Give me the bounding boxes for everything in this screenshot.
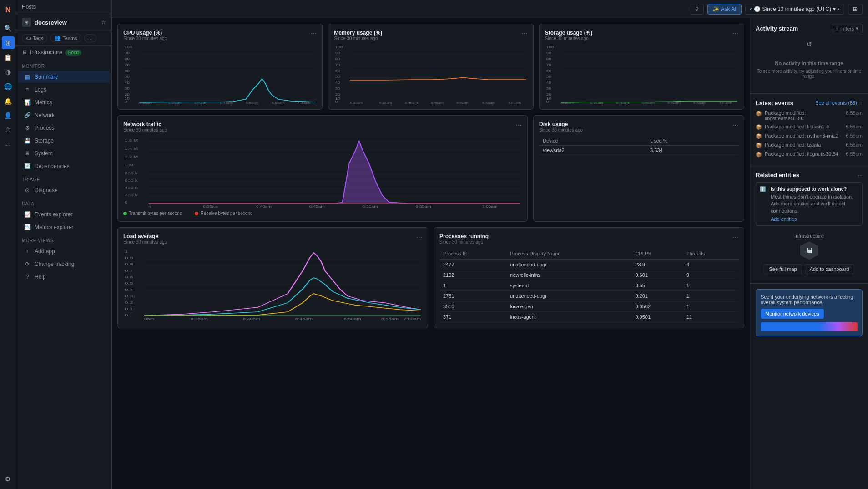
svg-text:40: 40	[335, 81, 340, 84]
process-name: newrelic-infra	[506, 270, 631, 280]
related-entities-menu[interactable]: ···	[858, 172, 863, 178]
network-chart-menu[interactable]: ···	[516, 121, 522, 129]
memory-chart-menu[interactable]: ···	[521, 30, 527, 38]
disk-table: Device Used % /dev/sda2 3.534	[539, 136, 738, 155]
process-pid: 1	[439, 280, 506, 291]
svg-text:7:00am: 7:00am	[482, 205, 497, 209]
events-list: 📦 Package modified: libgstreamer1.0-0 6:…	[756, 110, 863, 158]
more-button[interactable]: ...	[84, 34, 96, 42]
teams-button[interactable]: 👥 Teams	[50, 34, 81, 42]
network-chart-svg: 1.6 M 1.4 M 1.2 M 1 M 800 k 600 k 400 k …	[123, 136, 522, 209]
nav-item-help[interactable]: ? Help	[18, 271, 110, 283]
svg-text:0.4: 0.4	[125, 288, 133, 292]
ask-ai-button[interactable]: ✨ Ask AI	[707, 4, 742, 15]
filters-button[interactable]: ≡ Filters ▾	[832, 24, 863, 33]
svg-text:90: 90	[335, 51, 340, 55]
latest-events-header: Latest events See all events (86) ≡	[756, 99, 863, 107]
nav-item-change-tracking[interactable]: ⟳ Change tracking	[18, 258, 110, 270]
nav-item-storage[interactable]: 💾 Storage	[18, 135, 110, 147]
infra-entity: Infrastructure 🖥 See full map Add to das…	[756, 229, 863, 278]
see-full-map-button[interactable]: See full map	[764, 264, 802, 274]
events-filter-icon[interactable]: ≡	[859, 99, 863, 107]
nav-item-metrics-explorer[interactable]: 📉 Metrics explorer	[18, 221, 110, 233]
svg-text:400 k: 400 k	[125, 186, 138, 190]
infra-status-row: 🖥 Infrastructure Good	[16, 46, 111, 59]
help-button[interactable]: ?	[691, 4, 704, 15]
process-icon: ⚙	[24, 125, 31, 131]
tags-button[interactable]: 🏷 Tags	[22, 34, 47, 42]
table-row: 2102 newrelic-infra 0.601 9	[439, 270, 738, 280]
svg-text:50: 50	[125, 75, 130, 78]
apm-icon-btn[interactable]: ◑	[2, 66, 15, 78]
add-entities-link[interactable]: Add entities	[771, 216, 797, 222]
storage-chart-body: 100 90 80 70 60 50 40 30 20 10 0	[545, 45, 738, 104]
nav-item-process[interactable]: ⚙ Process	[18, 122, 110, 134]
svg-text:0.7: 0.7	[125, 269, 133, 273]
network-chart-legend: Transmit bytes per second Receive bytes …	[123, 209, 522, 216]
svg-text:80: 80	[335, 57, 340, 61]
nav-item-system[interactable]: 🖥 System	[18, 148, 110, 159]
nav-item-metrics[interactable]: 📊 Metrics	[18, 97, 110, 108]
svg-text:0.9: 0.9	[125, 256, 133, 260]
alerts-icon-btn[interactable]: 🔔	[2, 95, 15, 107]
monitor-network-devices-button[interactable]: Monitor network devices	[761, 309, 824, 319]
processes-chart-menu[interactable]: ···	[732, 233, 738, 241]
load-chart-subtitle: Since 30 minutes ago	[123, 239, 167, 244]
disk-used: 3.534	[646, 146, 738, 155]
package-icon: 📦	[756, 143, 762, 148]
svg-text:800 k: 800 k	[125, 171, 138, 175]
add-to-dashboard-button[interactable]: Add to dashboard	[805, 264, 854, 274]
nav-item-dependencies[interactable]: 🔄 Dependencies	[18, 160, 110, 172]
svg-text:6:35am: 6:35am	[191, 317, 208, 321]
star-icon[interactable]: ☆	[101, 19, 106, 25]
svg-text:7:00am: 7:00am	[298, 101, 310, 104]
storage-chart-menu[interactable]: ···	[732, 30, 738, 38]
see-all-events-link[interactable]: See all events (86)	[815, 100, 857, 106]
process-threads: 9	[683, 270, 738, 280]
more-icon-btn[interactable]: ···	[2, 138, 15, 151]
svg-text:6:55am: 6:55am	[693, 101, 706, 104]
health-badge: Good	[65, 50, 81, 56]
svg-text:50: 50	[546, 75, 551, 78]
history-icon-btn[interactable]: ⏱	[2, 124, 15, 137]
svg-text:6:45am: 6:45am	[641, 101, 654, 104]
nav-panel: Hosts ⊞ docsreview ☆ 🏷 Tags 👥 Teams ... …	[16, 0, 112, 489]
disk-chart-menu[interactable]: ···	[732, 121, 738, 129]
disk-chart-title: Disk usage	[539, 121, 583, 127]
time-range-button[interactable]: ‹ 🕐 Since 30 minutes ago (UTC) ▾ ›	[745, 4, 844, 15]
process-name: incus-agent	[506, 312, 631, 322]
process-pid: 2477	[439, 260, 506, 270]
data-section-label: DATA	[16, 197, 111, 208]
info-icon: ℹ️	[760, 186, 766, 192]
svg-text:40: 40	[546, 81, 551, 84]
browser-icon-btn[interactable]: 🌐	[2, 80, 15, 93]
nav-item-add-app[interactable]: + Add app	[18, 245, 110, 257]
logs-icon-btn[interactable]: 📋	[2, 51, 15, 64]
content-area: CPU usage (%) Since 30 minutes ago ··· 1…	[112, 18, 868, 489]
nav-item-events-explorer[interactable]: 📈 Events explorer	[18, 209, 110, 220]
refresh-icon[interactable]: ↺	[807, 41, 812, 48]
chevron-down-icon: ▾	[833, 6, 836, 12]
process-name: locale-gen	[506, 301, 631, 312]
process-name: unattended-upgr	[506, 291, 631, 301]
svg-text:30: 30	[335, 87, 340, 90]
svg-text:100: 100	[125, 45, 132, 49]
grid-layout-button[interactable]: ⊞	[848, 4, 863, 15]
infra-icon-btn[interactable]: ⊞	[2, 36, 15, 49]
process-threads: 11	[683, 312, 738, 322]
transmit-legend: Transmit bytes per second	[123, 211, 182, 216]
search-icon-btn[interactable]: 🔍	[2, 22, 15, 35]
prev-arrow[interactable]: ‹	[750, 6, 752, 12]
activity-refresh: ↺	[756, 37, 863, 51]
nav-item-logs[interactable]: ≡ Logs	[18, 84, 110, 96]
load-chart-menu[interactable]: ···	[416, 233, 422, 241]
nav-item-summary[interactable]: ▦ Summary	[18, 71, 110, 83]
cpu-chart-menu[interactable]: ···	[311, 30, 317, 38]
process-cpu: 0.201	[631, 291, 683, 301]
nav-item-diagnose[interactable]: ⊙ Diagnose	[18, 184, 110, 196]
settings-icon-btn[interactable]: ⚙	[2, 473, 15, 485]
next-arrow[interactable]: ›	[838, 6, 839, 12]
nav-item-network[interactable]: 🔗 Network	[18, 109, 110, 121]
svg-text:20: 20	[335, 92, 340, 96]
user-icon-btn[interactable]: 👤	[2, 109, 15, 122]
